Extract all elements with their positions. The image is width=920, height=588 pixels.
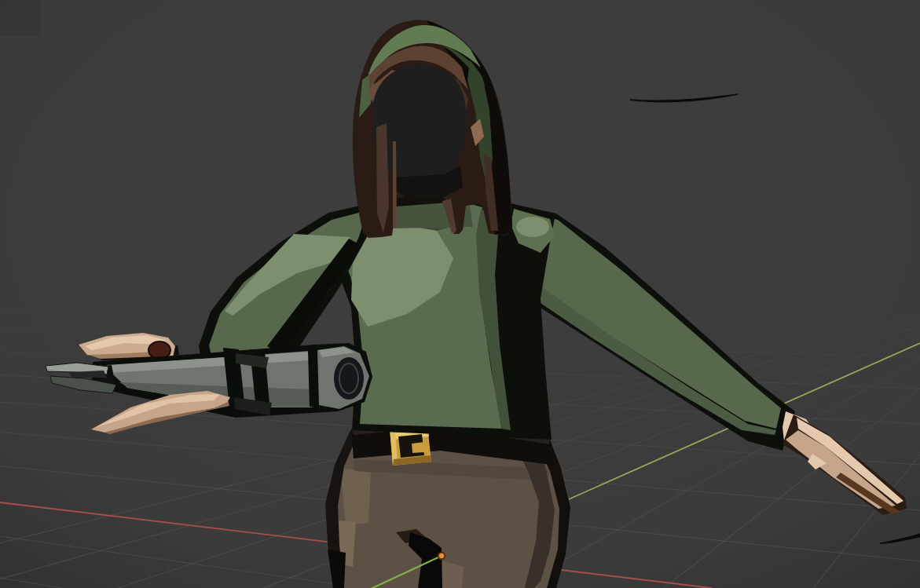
- gauntlet-divider: [308, 350, 317, 407]
- viewport-canvas[interactable]: [0, 0, 920, 588]
- buckle-tongue: [412, 442, 424, 453]
- corner-shade: [0, 0, 41, 36]
- origin-marker: [438, 553, 445, 559]
- 3d-viewport[interactable]: [0, 0, 920, 588]
- shoulder-highlight: [516, 217, 549, 237]
